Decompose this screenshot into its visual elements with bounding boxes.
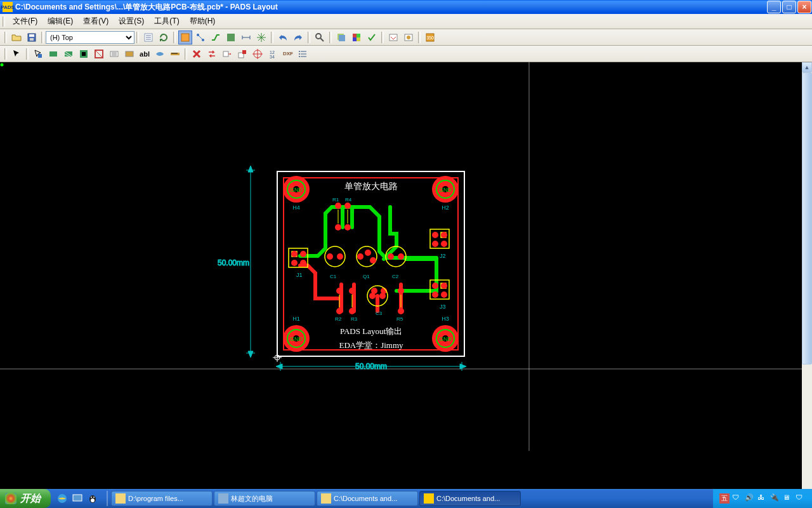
options-list-button[interactable] — [296, 47, 310, 61]
tray-av-icon[interactable]: 🛡 — [796, 493, 806, 504]
select-button[interactable] — [10, 47, 23, 61]
delete-button[interactable] — [190, 47, 204, 61]
task-item-2[interactable]: C:\Documents and... — [317, 491, 418, 506]
grip-handle[interactable] — [3, 17, 5, 27]
svg-rect-24 — [357, 34, 360, 37]
tray-shield-icon[interactable]: 🛡 — [732, 493, 742, 504]
svg-rect-23 — [353, 34, 357, 37]
layer-select[interactable]: (H) Top — [46, 31, 134, 44]
svg-text:C1: C1 — [330, 274, 337, 279]
svg-text:R4: R4 — [345, 197, 352, 203]
route-button[interactable] — [209, 30, 223, 44]
target-button[interactable] — [251, 47, 265, 61]
ruler-button[interactable] — [168, 47, 182, 61]
dimension-button[interactable] — [239, 30, 253, 44]
cycle-button[interactable] — [157, 30, 171, 44]
svg-text:34: 34 — [270, 55, 275, 59]
svg-text:PADS Layout输出: PADS Layout输出 — [340, 326, 402, 336]
hatch-button[interactable] — [122, 47, 136, 61]
tray-display-icon[interactable]: 🖥 — [783, 493, 793, 504]
svg-point-117 — [441, 283, 447, 289]
menubar: 文件(F) 编辑(E) 查看(V) 设置(S) 工具(T) 帮助(H) — [0, 14, 812, 29]
swap-button[interactable] — [205, 47, 219, 61]
svg-text:350: 350 — [426, 36, 434, 40]
move-ref-button[interactable] — [220, 47, 234, 61]
svg-point-116 — [432, 283, 438, 289]
blazerouter-button[interactable] — [402, 30, 416, 44]
renumber-button[interactable]: 1234 — [266, 47, 280, 61]
svg-point-168 — [91, 498, 95, 502]
folder-icon — [115, 493, 126, 504]
plane-area-button[interactable] — [153, 47, 167, 61]
close-button[interactable]: × — [797, 1, 811, 13]
copper-button[interactable] — [46, 47, 60, 61]
svg-rect-7 — [181, 34, 189, 41]
check-button[interactable] — [365, 30, 379, 44]
svg-point-113 — [441, 232, 447, 238]
flood-button[interactable] — [107, 47, 121, 61]
separator — [381, 32, 384, 43]
svg-text:GND: GND — [290, 336, 303, 342]
router-link-button[interactable] — [386, 30, 400, 44]
board-outline-button[interactable] — [178, 30, 192, 44]
grip-handle[interactable] — [4, 48, 7, 60]
add-corner-button[interactable] — [235, 47, 249, 61]
text-button[interactable]: abl — [138, 47, 152, 61]
layers-display-button[interactable] — [334, 30, 348, 44]
scroll-thumb-v[interactable] — [802, 72, 812, 364]
svg-text:H2: H2 — [442, 204, 449, 211]
tray-day-icon[interactable]: 五 — [719, 493, 730, 504]
taskbar-tasks: D:\program files... 林超文的电脑 C:\Documents … — [110, 491, 713, 506]
scroll-up-button[interactable]: ▲ — [802, 62, 812, 72]
svg-rect-45 — [126, 51, 133, 57]
task-item-1[interactable]: 林超文的电脑 — [214, 491, 315, 506]
open-button[interactable] — [10, 30, 23, 44]
nets-button[interactable] — [254, 30, 268, 44]
maximize-button[interactable]: □ — [782, 1, 796, 13]
menu-edit[interactable]: 编辑(E) — [43, 15, 78, 28]
qq-icon[interactable] — [86, 491, 99, 505]
pour-cutout-button[interactable] — [77, 47, 91, 61]
svg-point-70 — [1, 64, 4, 67]
copper-pour-button[interactable] — [62, 47, 75, 61]
svg-text:R3: R3 — [351, 316, 358, 322]
menu-tools[interactable]: 工具(T) — [149, 15, 184, 28]
keepout-button[interactable] — [92, 47, 106, 61]
tray-network-icon[interactable]: 🖧 — [757, 493, 768, 504]
menu-file[interactable]: 文件(F) — [8, 15, 43, 28]
display-colors-button[interactable] — [350, 30, 363, 44]
title-text: C:\Documents and Settings\...\单管放大电路PCB-… — [15, 2, 278, 13]
design-canvas[interactable]: 50.00mm 50.00mm — [0, 62, 812, 508]
tray-usb-icon[interactable]: 🔌 — [770, 493, 780, 504]
svg-point-114 — [432, 241, 438, 247]
zoom-button[interactable] — [313, 30, 327, 44]
task-item-3[interactable]: C:\Documents and... — [419, 491, 521, 506]
svg-point-157 — [379, 293, 386, 299]
connections-button[interactable] — [193, 30, 207, 44]
2d-line-button[interactable] — [31, 47, 45, 61]
start-button[interactable]: 开始 — [0, 489, 51, 508]
properties-button[interactable] — [141, 30, 155, 44]
tray-volume-icon[interactable]: 🔊 — [745, 493, 755, 504]
svg-text:GND: GND — [290, 187, 303, 193]
dimension-vertical: 50.00mm — [218, 166, 255, 358]
undo-button[interactable] — [276, 30, 290, 44]
svg-point-129 — [349, 288, 355, 294]
menu-help[interactable]: 帮助(H) — [185, 15, 221, 28]
grip-handle[interactable] — [4, 32, 7, 43]
dxf-button[interactable]: DXF — [281, 47, 295, 61]
save-button[interactable] — [25, 30, 39, 44]
task-item-0[interactable]: D:\program files... — [111, 491, 213, 506]
scroll-track-v[interactable] — [802, 72, 812, 504]
cam-button[interactable]: 350 — [423, 30, 437, 44]
desktop-icon[interactable] — [71, 491, 84, 505]
titlebar: PADS C:\Documents and Settings\...\单管放大电… — [0, 0, 812, 14]
plane-button[interactable] — [224, 30, 238, 44]
scrollbar-vertical[interactable]: ▲ ▼ — [802, 62, 812, 508]
minimize-button[interactable]: _ — [767, 1, 781, 13]
menu-view[interactable]: 查看(V) — [78, 15, 114, 28]
menu-setup[interactable]: 设置(S) — [114, 15, 149, 28]
ie-icon[interactable] — [56, 491, 69, 505]
redo-button[interactable] — [291, 30, 305, 44]
separator — [26, 48, 29, 60]
